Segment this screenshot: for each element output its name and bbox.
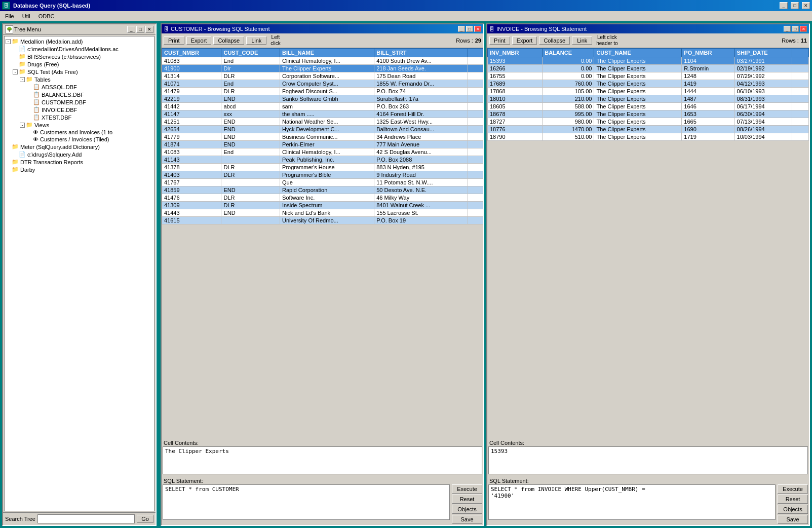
invoice-close-btn[interactable]: ✕ — [800, 26, 807, 32]
tree-item[interactable]: 📁Darby — [6, 166, 153, 173]
customer-col-bill_name[interactable]: BILL_NAME — [280, 49, 374, 57]
table-cell[interactable]: 0.00 — [543, 57, 594, 65]
table-cell[interactable]: Programmer's Bible — [280, 171, 374, 179]
table-cell[interactable]: 4100 South Drew Av... — [374, 57, 468, 65]
table-cell[interactable]: Peak Publishing, Inc. — [280, 156, 374, 164]
table-cell[interactable]: University Of Redmo... — [280, 217, 374, 224]
table-row[interactable]: 41443ENDNick and Ed's Bank155 Lacrosse S… — [162, 209, 483, 217]
table-cell[interactable]: 02/19/1992 — [734, 65, 792, 72]
table-cell[interactable]: 06/10/1993 — [734, 88, 792, 95]
table-cell[interactable]: 06/30/1994 — [734, 110, 792, 118]
table-cell[interactable]: END — [221, 186, 280, 194]
table-row[interactable]: 18790510.00The Clipper Experts171910/03/… — [488, 133, 809, 141]
table-cell[interactable]: END — [221, 126, 280, 133]
table-cell[interactable]: Nick and Ed's Bank — [280, 209, 374, 217]
table-cell[interactable]: Crow Computer Syst... — [280, 80, 374, 88]
table-row[interactable]: 41309DLRInside Spectrum8401 Walnut Creek… — [162, 202, 483, 209]
table-cell[interactable]: 1646 — [682, 103, 734, 110]
table-cell[interactable]: 9 Industry Road — [374, 171, 468, 179]
tree-item[interactable]: -📁Medallion (Medalion.add) — [6, 37, 153, 45]
maximize-button[interactable]: □ — [791, 2, 799, 9]
table-cell[interactable]: 883 N Hyden, #195 — [374, 164, 468, 171]
table-cell[interactable]: End — [221, 148, 280, 156]
table-cell[interactable]: 777 Main Avenue — [374, 141, 468, 148]
table-cell[interactable]: 1690 — [682, 126, 734, 133]
customer-save-btn[interactable]: Save — [452, 515, 482, 524]
table-cell[interactable]: 15393 — [488, 57, 543, 65]
table-cell[interactable]: 07/13/1994 — [734, 118, 792, 126]
table-row[interactable]: 41378DLRProgrammer's House883 N Hyden, #… — [162, 164, 483, 171]
table-cell[interactable]: The Clipper Experts — [594, 126, 682, 133]
table-cell[interactable]: END — [221, 133, 280, 141]
table-cell[interactable]: 42219 — [162, 95, 221, 103]
table-cell[interactable]: 41615 — [162, 217, 221, 224]
table-cell[interactable]: sam — [280, 103, 374, 110]
tree-item[interactable]: 📋XTEST.DBF — [6, 114, 153, 121]
table-cell[interactable]: 04/12/1993 — [734, 80, 792, 88]
table-cell[interactable]: The Clipper Experts — [594, 110, 682, 118]
table-cell[interactable]: 18605 — [488, 103, 543, 110]
table-cell[interactable]: DLR — [221, 202, 280, 209]
table-row[interactable]: 41403DLRProgrammer's Bible9 Industry Roa… — [162, 171, 483, 179]
table-cell[interactable]: DLR — [221, 88, 280, 95]
table-cell[interactable]: DLR — [221, 171, 280, 179]
table-cell[interactable]: 41071 — [162, 80, 221, 88]
table-cell[interactable]: 995.00 — [543, 110, 594, 118]
table-cell[interactable]: 4164 Forest Hill Dr. — [374, 110, 468, 118]
table-cell[interactable]: 46 Milky Way — [374, 194, 468, 202]
table-cell[interactable]: 1325 East-West Hwy... — [374, 118, 468, 126]
invoice-collapse-btn[interactable]: Collapse — [539, 36, 570, 45]
table-row[interactable]: 41900DlrThe Clipper Experts218 Jan Seeds… — [162, 65, 483, 72]
tree-item[interactable]: -📁SQL Test (Ads Free) — [6, 68, 153, 76]
table-cell[interactable]: 41874 — [162, 141, 221, 148]
table-row[interactable]: 162660.00The Clipper ExpertsR.Stromin02/… — [488, 65, 809, 72]
table-row[interactable]: 153930.00The Clipper Experts110403/27/19… — [488, 57, 809, 65]
tree-close-btn[interactable]: ✕ — [145, 26, 153, 33]
invoice-maximize-btn[interactable]: □ — [792, 26, 799, 32]
tree-item[interactable]: 📋INVOICE.DBF — [6, 106, 153, 114]
table-cell[interactable]: 16755 — [488, 72, 543, 80]
table-row[interactable]: 18605588.00The Clipper Experts164606/17/… — [488, 103, 809, 110]
invoice-reset-btn[interactable]: Reset — [778, 495, 808, 504]
table-cell[interactable]: The Clipper Experts — [594, 133, 682, 141]
table-cell[interactable]: 50 Desoto Ave. N.E. — [374, 186, 468, 194]
table-cell[interactable]: 41083 — [162, 57, 221, 65]
tree-item[interactable]: 📄c:\drugs\Sqlquery.Add — [6, 150, 153, 158]
table-cell[interactable]: Inside Spectrum — [280, 202, 374, 209]
table-cell[interactable]: The Clipper Experts — [594, 65, 682, 72]
table-cell[interactable]: 18790 — [488, 133, 543, 141]
tree-container[interactable]: -📁Medallion (Medalion.add)📄c:\medallion\… — [4, 36, 154, 511]
table-cell[interactable]: 0.00 — [543, 65, 594, 72]
table-cell[interactable]: Surabellastr. 17a — [374, 95, 468, 103]
tree-minimize-btn[interactable]: _ — [127, 26, 135, 33]
table-cell[interactable]: Que — [280, 179, 374, 186]
close-button[interactable]: ✕ — [802, 2, 810, 9]
invoice-print-btn[interactable]: Print — [489, 36, 510, 45]
table-cell[interactable] — [221, 179, 280, 186]
table-cell[interactable]: R.Stromin — [682, 65, 734, 72]
table-cell[interactable]: Dlr — [221, 65, 280, 72]
invoice-col-ship_date[interactable]: SHIP_DATE — [734, 49, 792, 57]
table-row[interactable]: 41071EndCrow Computer Syst...1855 W. Fer… — [162, 80, 483, 88]
table-cell[interactable]: 07/29/1992 — [734, 72, 792, 80]
table-cell[interactable]: The Clipper Experts — [594, 80, 682, 88]
table-cell[interactable]: 41314 — [162, 72, 221, 80]
table-cell[interactable]: Perkin-Elmer — [280, 141, 374, 148]
search-input[interactable] — [37, 514, 135, 523]
table-cell[interactable]: 760.00 — [543, 80, 594, 88]
invoice-sql-input[interactable] — [488, 484, 776, 520]
customer-export-btn[interactable]: Export — [186, 36, 212, 45]
table-cell[interactable]: Foghead Discount S... — [280, 88, 374, 95]
table-cell[interactable]: abcd — [221, 103, 280, 110]
table-cell[interactable]: 1104 — [682, 57, 734, 65]
table-cell[interactable]: P.O. Box 2088 — [374, 156, 468, 164]
table-row[interactable]: 41314DLRCorporation Software...175 Dean … — [162, 72, 483, 80]
table-cell[interactable]: P.O. Box 74 — [374, 88, 468, 95]
table-cell[interactable]: 0.00 — [543, 72, 594, 80]
table-cell[interactable]: 41900 — [162, 65, 221, 72]
table-cell[interactable]: 1719 — [682, 133, 734, 141]
tree-item[interactable]: 📋BALANCES.DBF — [6, 91, 153, 98]
table-cell[interactable]: Business Communic... — [280, 133, 374, 141]
customer-reset-btn[interactable]: Reset — [452, 495, 482, 504]
table-row[interactable]: 41874ENDPerkin-Elmer777 Main Avenue — [162, 141, 483, 148]
